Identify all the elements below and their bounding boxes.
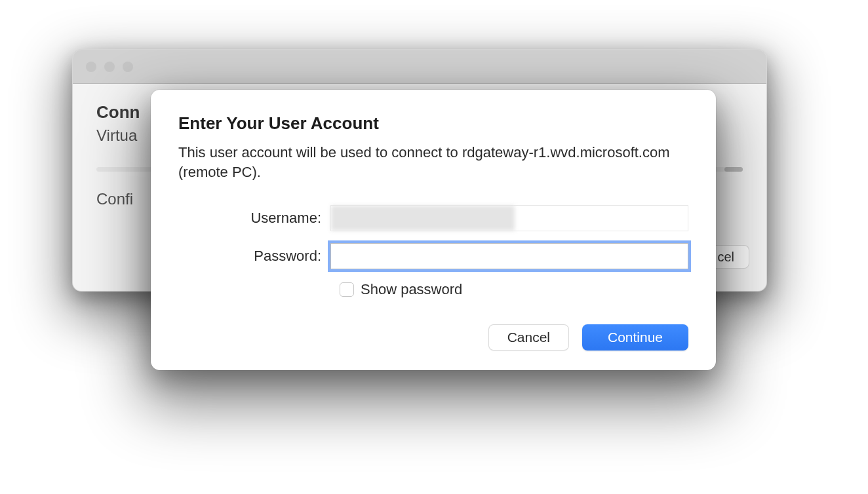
background-cancel-label: cel: [717, 250, 734, 265]
titlebar: [73, 50, 766, 84]
close-icon[interactable]: [86, 62, 96, 72]
show-password-row: Show password: [340, 281, 688, 298]
username-row: Username:: [178, 205, 688, 231]
continue-button-label: Continue: [608, 330, 663, 345]
cancel-button-label: Cancel: [507, 330, 550, 345]
dialog-description: This user account will be used to connec…: [178, 143, 677, 183]
redacted-username: [331, 206, 515, 231]
username-field[interactable]: [330, 205, 688, 231]
username-label: Username:: [178, 210, 330, 227]
password-label: Password:: [178, 248, 330, 265]
dialog-buttons: Cancel Continue: [178, 324, 688, 351]
dialog-title: Enter Your User Account: [178, 113, 688, 134]
password-row: Password:: [178, 243, 688, 269]
credentials-dialog: Enter Your User Account This user accoun…: [151, 90, 716, 370]
minimize-icon[interactable]: [104, 62, 115, 72]
password-field[interactable]: [330, 243, 688, 269]
zoom-icon[interactable]: [123, 62, 133, 72]
show-password-checkbox[interactable]: [340, 282, 354, 297]
show-password-label: Show password: [361, 281, 462, 298]
cancel-button[interactable]: Cancel: [488, 324, 569, 351]
continue-button[interactable]: Continue: [582, 324, 688, 351]
